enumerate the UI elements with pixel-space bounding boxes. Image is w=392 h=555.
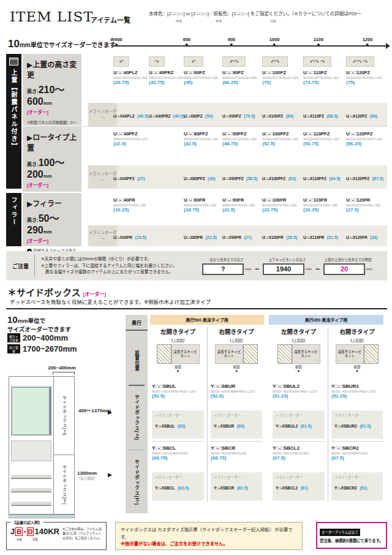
diagram-sidebox-lower-label: サイドボックス[下] [61,465,67,505]
diagram-panel [11,440,51,461]
top-view-diagram: 【上面図】 設置するキャビネット 前面▼ [211,338,262,383]
row-height: 高さ:50〜290mm [27,210,77,236]
melamine-price: (39) [208,176,215,181]
melamine-price: (31.5) [327,235,338,240]
melamine-order-label: メラミンオーダー [276,475,322,480]
melamine-code: U□-X100PZ [262,114,283,118]
melamine-code: U□-X120FR [346,235,368,240]
order-tag: [オーダー] [27,181,77,188]
melamine-cell: U□-X110PFZ (64.5) [303,172,341,183]
cabinet-position-box: 設置するキャビネット [172,344,200,364]
product-price: (52.5) [262,141,300,146]
formula-unit: mm [306,267,312,271]
row-separator [23,126,387,127]
cabinet-diagram: 200~400mm サイドボックス[上] サイドボックス[下] 400〜1370… [9,365,125,519]
melamine-cell: U□-X40PLZ (40.5) [113,109,148,120]
arrow-down-icon: ▼ [331,369,383,373]
sidebox-column: 右開きタイプ 【上面図】 設置するキャビネット 前面▼ Y□-□SBUR2 W2… [328,327,386,502]
product-cell: U□-□90FR W900×D374×H50〜290 (22.5) [222,197,260,213]
product-price: (67.5) [331,455,383,461]
product-price: (53.75) [303,141,341,146]
sidebox-size-note: 10mm単位で サイズオーダーできます [7,314,71,333]
part-number-example-box: 【品番の記入例】 JB-D140KR 本体 前板 ※ご注文の際は、アイテム品番の… [6,522,107,550]
height-formula: 床から天井までの高さ ?mm − 上下キャビネットの高さ 1940mm − 上置… [202,257,372,275]
sidebox-hatch-icon [277,344,292,364]
product-row-low: U□-□40PFZ W400×D374×H100〜200 (22.5) U□-□… [81,131,387,159]
melamine-code: U□-X90PZ [222,114,241,118]
product-code: U□-□40FR [113,197,151,203]
row-height: 高さ:210〜600mm [27,81,77,107]
melamine-price: (27) [244,235,251,240]
formula-unit: mm [245,267,251,271]
product-dimensions: W200〜400×D438×H400〜1370 [273,389,325,393]
size-order-note: 10mm単位でサイズオーダーできます [8,38,116,50]
product-dimensions: W1000×D374×H50〜290 [262,203,300,207]
diagram-lower-range-value: 1300mm [77,470,97,476]
melamine-order-label: メラミンオーダー [214,413,259,418]
size-badge: 幅サイズ変更 200~400mm [7,333,77,342]
melamine-order-label: メラミンオーダー [214,475,259,480]
formula-label: 上置の上部から天井までの隙間 [325,257,372,262]
row-separator [152,441,204,442]
caution-box: ご注意 ※天井や梁との間には20mmの隙間（ゆとり）が必要です。 ※上置やフィラ… [6,251,387,281]
diagram-sidebox-upper-label: サイドボックス[上] [61,396,67,436]
row-separator [273,441,325,442]
row-separator [129,385,145,386]
product-dimensions: W200〜400×D488×H400〜1370 [211,389,262,393]
product-dimensions: W600×D374×H210〜600 [184,75,222,80]
melamine-price: (33) [370,235,377,240]
product-cell: U□-□110FR W1100×D374×H50〜290 (26.25) [303,197,341,213]
door-swing-icon: ↶↷ [262,56,288,67]
example-code: JB-D140KR 本体 前板 [10,527,59,547]
front-label: 前板 [32,537,38,541]
product-code: Y□-□SBCR2 [331,445,383,451]
product-cell: U□-□90PFZ W900×D374×H100〜200 (48.75) [222,131,260,146]
front-text: 前面 [295,365,302,369]
row-header-label: サイドボックス[上] [134,395,140,440]
sidebox-section-title: ＊サイドボックス [オーダー] [7,285,106,298]
top-view-label: 【上面図】 [273,338,325,343]
melamine-band-low: メラミンオーダー U□-X40PFZ (27)U□-X60PFZ (39)U□-… [81,165,387,189]
instruction-line: サイドボックスは カスタマイズ指示書〈サイドボックスオーダー記入用紙〉 が必要で… [121,526,297,540]
example-note: ※ご注文の際は、アイテム品番の□に色（アルファベットの記号）をご指定ください。 [62,527,102,547]
row-title: ▶ロータイプ上置 [27,132,77,153]
melamine-price: (63) [288,176,296,181]
ruler-tick: 900 [228,37,236,45]
order-tag: [オーダー] [83,292,106,297]
front-label: 前面▼ [331,364,383,373]
row-height: 高さ:100〜200mm [27,154,77,180]
melamine-code: U□-X40PLZ [113,114,135,118]
caution-text: ※天井や梁との間には20mmの隙間（ゆとり）が必要です。 ※上置やフィラーは、下… [34,255,194,277]
product-cell: ↶↷ U□-□100PZ W1000×D374×H210〜600 (70) [262,56,300,85]
product-price: (48.75) [222,141,260,146]
product-dimensions: W600×D374×H50〜290 [184,203,222,207]
sidebox-column: 右開きタイプ 【上面図】 設置するキャビネット 前面▼ Y□-□SBUR W20… [207,327,265,502]
diagram-shelf [11,475,51,479]
product-cell: Y□-□SBUR W200〜400×D488×H400〜1370 (52.5) [211,383,262,410]
product-price: (45) [184,80,222,85]
color-label-body1: 本体 [176,18,182,23]
melamine-price: (19.5) [135,235,146,240]
melamine-box: メラミンオーダー Y□-XSBCR2 (81) [331,472,383,500]
row-header-low-type: ▶ロータイプ上置 高さ:100〜200mm [オーダー] ※耐震パネルの可動範囲… [23,127,81,192]
melamine-cell: U□-X110FR (31.5) [303,230,338,241]
sidebox-hatch-icon [243,344,258,364]
melamine-price: (90) [370,114,377,118]
melamine-cell: U□-X40PFZ (27) [113,172,145,183]
melamine-code: Y□-XSBCR2 [334,486,357,490]
ruler-tick: W400 [110,37,123,45]
column-header: 左開きタイプ [273,327,325,338]
sidebox-title-text: ＊サイドボックス [7,287,81,298]
example-box-title: 【品番の記入例】 [10,519,43,525]
diagram-sidebox-lower: サイドボックス[下] [53,455,74,515]
sidebar-uwaoki-label: 上置【耐震パネル付き】 [9,69,18,150]
size-order-note-text: mm単位でサイズオーダーできます [20,42,116,48]
product-price: (68.75) [152,455,204,461]
product-dimensions: W900×D374×H100〜200 [222,137,260,141]
product-code: U□-□40PFZ [113,131,151,137]
catalog-page: ITEM LIST アイテム一覧 本体色：[J□-□○○] or [J□-□○○… [0,0,392,555]
formula-label: 上下キャビネットの高さ [269,257,306,262]
order-tag: [オーダー] [27,237,77,244]
diagram-shelf [11,488,51,493]
product-dimensions: W1000×D374×H100〜200 [262,137,300,141]
